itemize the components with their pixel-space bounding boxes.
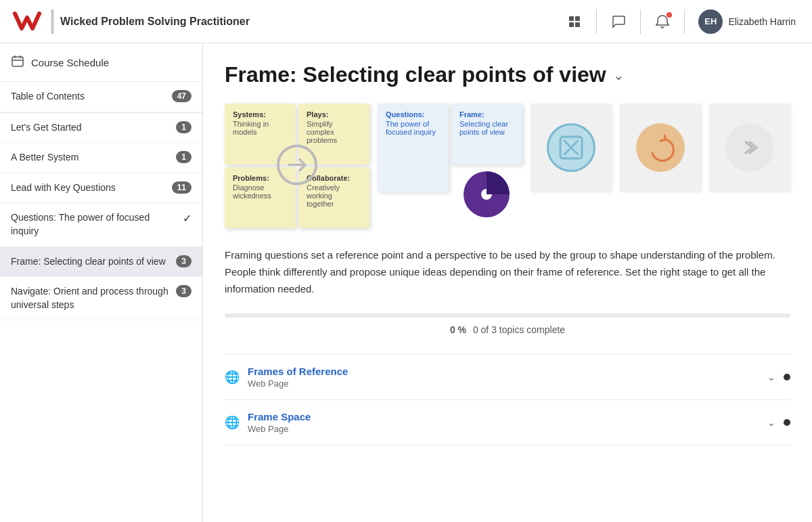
frame-space-title[interactable]: Frame Space <box>248 411 759 422</box>
svg-rect-0 <box>569 16 574 21</box>
a-better-system-label: A Better System <box>11 151 171 165</box>
orange-icon <box>636 123 685 172</box>
page-title: Frame: Selecting clear points of view <box>225 62 606 87</box>
course-description: Framing questions set a reference point … <box>225 247 780 297</box>
course-title: Wicked Problem Solving Practitioner <box>60 16 561 28</box>
a-better-system-count: 1 <box>176 151 191 163</box>
sticky-questions-subtitle: The power of focused inquiry <box>386 120 441 136</box>
sidebar-item-a-better-system[interactable]: A Better System 1 <box>0 143 202 173</box>
questions-power-label: Questions: The power of focused inquiry <box>11 211 177 238</box>
table-of-contents-section: Table of Contents 47 <box>0 82 202 113</box>
frame-selecting-label: Frame: Selecting clear points of view <box>11 255 171 269</box>
svg-rect-2 <box>569 22 574 27</box>
topic-dot-1 <box>784 374 790 380</box>
sidebar-item-lets-get-started[interactable]: Let's Get Started 1 <box>0 113 202 144</box>
topic-chevron-1[interactable]: ⌄ <box>767 372 775 383</box>
sticky-systems-subtitle: Thinking in models <box>233 120 288 136</box>
topic-row-frames-of-reference: 🌐 Frames of Reference Web Page ⌄ <box>225 355 790 400</box>
topic-dot-2 <box>784 419 790 426</box>
sidebar-item-questions-power[interactable]: Questions: The power of focused inquiry … <box>0 203 202 246</box>
header-divider-1 <box>51 9 52 34</box>
icon-divider <box>596 9 597 34</box>
progress-section: 0 % 0 of 3 topics complete <box>225 313 790 335</box>
calendar-icon <box>11 54 24 70</box>
chat-icon-btn[interactable] <box>605 8 632 35</box>
sidebar-nav-items: Let's Get Started 1 A Better System 1 Le… <box>0 113 202 321</box>
header-icons: EH Elizabeth Harrin <box>561 7 801 37</box>
sticky-notes-group: Systems: Thinking in models Plays: Simpl… <box>225 104 369 228</box>
svg-rect-1 <box>575 16 580 21</box>
sticky-frame-title: Frame: <box>459 110 514 118</box>
lets-get-started-label: Let's Get Started <box>11 121 171 135</box>
svg-rect-4 <box>12 57 23 66</box>
app-logo[interactable] <box>11 8 43 35</box>
purple-circle-svg <box>451 167 522 221</box>
frames-of-reference-title[interactable]: Frames of Reference <box>248 366 759 377</box>
sticky-plays-subtitle: Simplify complex problems <box>307 120 361 144</box>
notification-icon-btn[interactable] <box>649 8 676 35</box>
svg-rect-3 <box>575 22 580 27</box>
topic-frame-space-info: Frame Space Web Page <box>248 411 759 434</box>
lead-key-questions-label: Lead with Key Questions <box>11 181 166 195</box>
globe-icon-1: 🌐 <box>225 370 240 385</box>
sidebar-item-toc[interactable]: Table of Contents 47 <box>0 82 202 112</box>
icon-card-gray <box>709 104 790 192</box>
globe-icon-2: 🌐 <box>225 415 240 430</box>
navigate-orient-label: Navigate: Orient and process through uni… <box>11 285 171 311</box>
sticky-questions: Questions: The power of focused inquiry <box>378 104 449 192</box>
sidebar-item-navigate-orient[interactable]: Navigate: Orient and process through uni… <box>0 277 202 320</box>
sticky-systems-title: Systems: <box>233 110 288 118</box>
notification-badge <box>667 12 672 18</box>
icon-divider-2 <box>640 9 641 34</box>
check-icon: ✓ <box>183 212 191 225</box>
sidebar-item-course-schedule[interactable]: Course Schedule <box>0 43 202 81</box>
purple-circle-container <box>451 167 522 221</box>
page-title-row: Frame: Selecting clear points of view ⌄ <box>225 62 790 87</box>
blue-icon <box>547 123 595 172</box>
frame-selecting-count: 3 <box>176 255 191 267</box>
sticky-questions-title: Questions: <box>386 110 441 118</box>
course-schedule-label: Course Schedule <box>31 57 191 68</box>
avatar: EH <box>698 9 723 34</box>
main-layout: Course Schedule Table of Contents 47 Let… <box>0 43 812 522</box>
frame-space-type: Web Page <box>248 424 759 434</box>
lead-key-questions-count: 11 <box>172 181 191 194</box>
grid-icon <box>568 15 581 28</box>
icon-card-orange <box>620 104 701 192</box>
user-name: Elizabeth Harrin <box>728 16 796 27</box>
topic-frames-info: Frames of Reference Web Page <box>248 366 759 389</box>
progress-text: 0 of 3 topics complete <box>473 324 565 335</box>
highlighted-stickies: Questions: The power of focused inquiry … <box>378 104 522 228</box>
course-banner: Systems: Thinking in models Plays: Simpl… <box>225 104 790 228</box>
grid-icon-btn[interactable] <box>561 8 588 35</box>
toc-count: 47 <box>172 90 191 102</box>
frames-of-reference-type: Web Page <box>248 378 759 389</box>
lets-get-started-count: 1 <box>176 121 191 133</box>
sidebar-item-lead-key-questions[interactable]: Lead with Key Questions 11 <box>0 173 202 204</box>
course-schedule-section: Course Schedule <box>0 43 202 82</box>
progress-label: 0 % 0 of 3 topics complete <box>225 324 790 335</box>
sidebar: Course Schedule Table of Contents 47 Let… <box>0 43 203 522</box>
sticky-frame: Frame: Selecting clear points of view <box>451 104 522 165</box>
frame-and-circle: Frame: Selecting clear points of view <box>451 104 522 221</box>
navigate-orient-count: 3 <box>176 285 191 297</box>
gray-icon <box>725 123 774 172</box>
main-content: Frame: Selecting clear points of view ⌄ … <box>203 43 812 522</box>
progress-bar-bg <box>225 313 790 318</box>
toc-label: Table of Contents <box>11 90 166 104</box>
app-header: Wicked Problem Solving Practitioner <box>0 0 812 43</box>
chat-icon <box>611 14 626 29</box>
topic-row-frame-space: 🌐 Frame Space Web Page ⌄ <box>225 400 790 445</box>
user-avatar-btn[interactable]: EH Elizabeth Harrin <box>693 7 801 37</box>
page-title-chevron-icon[interactable]: ⌄ <box>613 67 625 83</box>
icon-card-blue <box>531 104 612 192</box>
icon-divider-3 <box>684 9 685 34</box>
progress-pct: 0 % <box>450 324 466 335</box>
sticky-plays-title: Plays: <box>307 110 361 118</box>
topic-chevron-2[interactable]: ⌄ <box>767 417 775 428</box>
sidebar-item-frame-selecting[interactable]: Frame: Selecting clear points of view 3 <box>0 247 202 278</box>
sticky-frame-subtitle: Selecting clear points of view <box>459 120 514 136</box>
arrow-circle-overlay <box>275 144 319 189</box>
